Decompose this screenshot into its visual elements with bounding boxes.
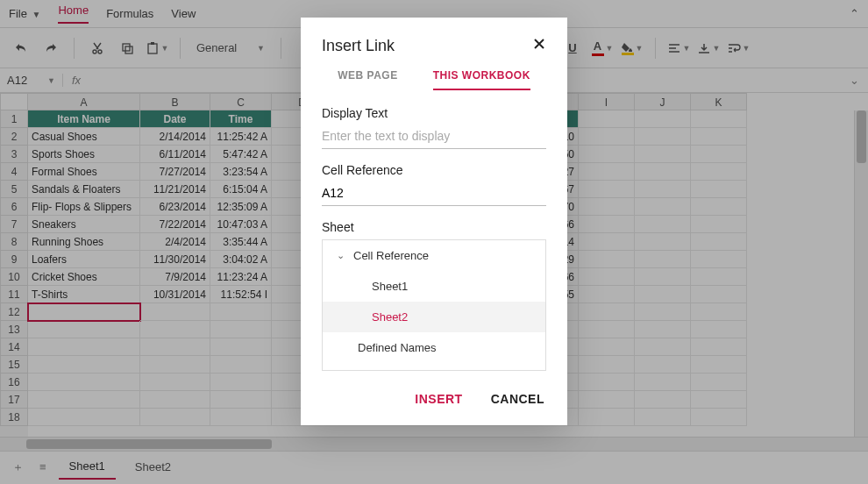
dialog-close-button[interactable] bbox=[532, 37, 546, 55]
insert-link-dialog: Insert Link WEB PAGE THIS WORKBOOK Displ… bbox=[301, 18, 567, 425]
display-text-input[interactable] bbox=[322, 124, 546, 149]
cell-reference-label: Cell Reference bbox=[322, 163, 546, 177]
tree-node-defined-names[interactable]: Defined Names bbox=[323, 332, 545, 363]
cell-reference-input[interactable] bbox=[322, 181, 546, 206]
dialog-title: Insert Link bbox=[322, 37, 395, 55]
insert-button[interactable]: INSERT bbox=[413, 388, 464, 409]
tree-node-sheet1[interactable]: Sheet1 bbox=[323, 271, 545, 302]
sheet-tree: ⌄ Cell Reference Sheet1 Sheet2 Defined N… bbox=[322, 239, 546, 371]
tab-web-page[interactable]: WEB PAGE bbox=[338, 69, 397, 90]
tab-this-workbook[interactable]: THIS WORKBOOK bbox=[433, 69, 530, 90]
display-text-label: Display Text bbox=[322, 106, 546, 120]
tree-node-sheet2[interactable]: Sheet2 bbox=[323, 302, 545, 332]
cancel-button[interactable]: CANCEL bbox=[489, 388, 546, 409]
tree-node-cell-reference[interactable]: ⌄ Cell Reference bbox=[323, 240, 545, 271]
sheet-label: Sheet bbox=[322, 220, 546, 234]
chevron-down-icon: ⌄ bbox=[337, 250, 345, 261]
